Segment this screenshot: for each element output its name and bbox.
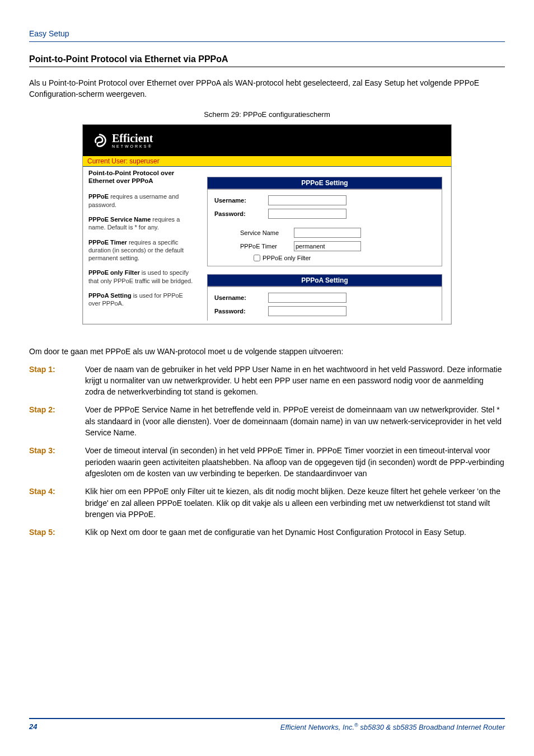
step-2: Stap 2: Voer de PPPoE Service Name in he… [29,404,505,438]
pppoa-password-label: Password: [214,308,268,314]
title-underline [29,67,505,67]
logo-text-block: Efficient NETWORKS® [112,133,153,148]
help-sidebar: Point-to-Point Protocol over Ethernet ov… [83,167,200,324]
help-p1: PPPoE requires a username and password. [88,192,195,209]
step-5: Stap 5: Klik op Next om door te gaan met… [29,527,505,538]
step-text: Klik op Next om door te gaan met de conf… [85,527,505,538]
sidebar-protocol-title: Point-to-Point Protocol over Ethernet ov… [88,169,195,185]
logo-sub-text: NETWORKS® [112,144,153,148]
intro-paragraph: Als u Point-to-Point Protocol over Ether… [29,77,505,100]
logo-bar: Efficient NETWORKS® [83,125,451,156]
pppoe-username-input[interactable] [268,195,346,205]
figure-caption: Scherm 29: PPPoE configuratiescherm [29,110,505,119]
screenshot-body: Point-to-Point Protocol over Ethernet ov… [83,167,451,324]
footer-text: Efficient Networks, Inc.® sb5830 & sb583… [280,722,505,731]
pppoe-only-filter-label: PPPoE only Filter [263,255,311,261]
page-number: 24 [29,722,37,731]
help-p5: PPPoA Setting is used for PPPoE over PPP… [88,292,195,308]
step-label: Stap 3: [29,445,85,479]
step-text: Voer de timeout interval (in seconden) i… [85,445,505,479]
pppoe-timer-input[interactable] [294,241,361,251]
step-1: Stap 1: Voer de naam van de gebruiker in… [29,364,505,398]
settings-area: PPPoE Setting Username: Password: Servic… [200,167,451,324]
pppoe-password-input[interactable] [268,209,346,219]
pppoa-panel: Username: Password: [207,287,442,321]
steps-list: Stap 1: Voer de naam van de gebruiker in… [29,364,505,538]
pppoa-password-input[interactable] [268,306,346,316]
section-title: Point-to-Point Protocol via Ethernet via… [29,54,505,64]
header-rule [29,41,505,42]
help-p3: PPPoE Timer requires a specific duration… [88,238,195,262]
step-label: Stap 2: [29,404,85,438]
pppoe-username-label: Username: [214,197,268,204]
step-label: Stap 4: [29,486,85,520]
step-text: Klik hier om een PPPoE only Filter uit t… [85,486,505,520]
help-p4: PPPoE only Filter is used to specify tha… [88,269,195,285]
logo-brand-text: Efficient [112,133,153,144]
step-3: Stap 3: Voer de timeout interval (in sec… [29,445,505,479]
logo-swirl-icon [92,133,107,148]
pppoe-config-screenshot: Efficient NETWORKS® Current User: superu… [82,124,452,325]
pppoe-panel-header: PPPoE Setting [207,177,442,189]
service-name-input[interactable] [294,228,361,238]
pppoe-panel: Username: Password: Service Name PPPoE T… [207,189,442,266]
proceed-text: Om door te gaan met PPPoE als uw WAN-pro… [29,347,505,356]
current-user-bar: Current User: superuser [83,156,451,167]
pppoa-username-input[interactable] [268,293,346,303]
page-header-label: Easy Setup [29,29,505,38]
pppoe-only-filter-checkbox[interactable] [254,255,260,261]
pppoa-panel-header: PPPoA Setting [207,274,442,287]
footer-rule [29,718,505,719]
step-text: Voer de PPPoE Service Name in het betref… [85,404,505,438]
service-name-label: Service Name [240,229,294,236]
pppoe-timer-label: PPPoE Timer [240,243,294,250]
step-label: Stap 1: [29,364,85,398]
step-4: Stap 4: Klik hier om een PPPoE only Filt… [29,486,505,520]
step-label: Stap 5: [29,527,85,538]
step-text: Voer de naam van de gebruiker in het vel… [85,364,505,398]
pppoe-password-label: Password: [214,210,268,217]
pppoa-username-label: Username: [214,294,268,301]
page-footer: 24 Efficient Networks, Inc.® sb5830 & sb… [29,718,505,731]
help-p2: PPPoE Service Name requires a name. Defa… [88,215,195,232]
